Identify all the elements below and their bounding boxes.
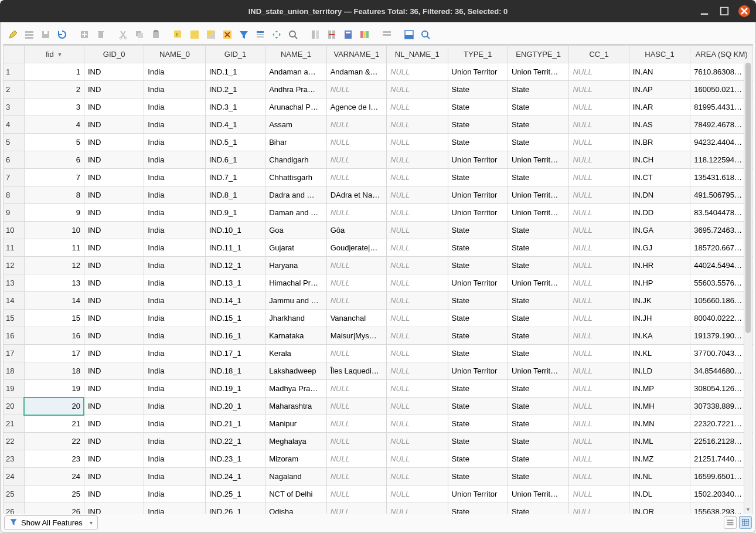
cell-VARNAME_1[interactable]: Gôa [326,222,386,239]
scroll-down-arrow[interactable]: ▾ [744,506,752,512]
cell-CC_1[interactable]: NULL [569,415,629,433]
cell-HASC_1[interactable]: IN.LD [629,362,690,380]
cell-VARNAME_1[interactable]: NULL [326,486,386,503]
cell-GID_0[interactable]: IND [84,274,144,292]
cell-GID_1[interactable]: IND.19_1 [205,380,265,398]
cell-ENGTYPE_1[interactable]: State [508,292,568,310]
invert-selection-button[interactable] [203,27,219,42]
row-number[interactable]: 14 [4,292,25,310]
cell-fid[interactable]: 14 [24,292,84,310]
cell-NL_NAME_1[interactable]: NULL [387,398,448,415]
cell-NL_NAME_1[interactable]: NULL [387,415,448,433]
row-number[interactable]: 23 [4,450,25,468]
cell-TYPE_1[interactable]: State [448,169,508,186]
cell-NAME_1[interactable]: Kerala [265,345,326,362]
cell-GID_0[interactable]: IND [84,486,144,503]
cell-TYPE_1[interactable]: State [448,81,508,99]
cell-ENGTYPE_1[interactable]: State [508,81,568,99]
column-header-NL_NAME_1[interactable]: NL_NAME_1 [387,46,448,63]
cell-GID_1[interactable]: IND.23_1 [205,450,265,468]
cell-HASC_1[interactable]: IN.CH [629,151,690,169]
cell-NAME_1[interactable]: Manipur [265,415,326,433]
cell-NAME_1[interactable]: Dadra and … [265,186,326,204]
cell-fid[interactable]: 25 [24,486,84,503]
row-number[interactable]: 5 [4,134,25,151]
cell-CC_1[interactable]: NULL [569,450,629,468]
cell-HASC_1[interactable]: IN.ML [629,433,690,450]
row-number[interactable]: 7 [4,169,25,186]
cell-ENGTYPE_1[interactable]: State [508,503,568,514]
table-row[interactable]: 2626INDIndiaIND.26_1OdishaNULLNULLStateS… [4,503,753,514]
cell-ENGTYPE_1[interactable]: Union Territ… [508,362,568,380]
pan-to-selection-button[interactable] [269,27,284,42]
row-number[interactable]: 12 [4,257,25,274]
cell-TYPE_1[interactable]: State [448,433,508,450]
cell-CC_1[interactable]: NULL [569,380,629,398]
cell-fid[interactable]: 2 [24,81,84,99]
table-row[interactable]: 2525INDIndiaIND.25_1NCT of DelhiNULLNULL… [4,486,753,503]
cell-ENGTYPE_1[interactable]: State [508,134,568,151]
new-column-button[interactable] [308,27,323,42]
move-selection-top-button[interactable] [253,27,268,42]
cell-NAME_1[interactable]: Chandigarh [265,151,326,169]
cell-TYPE_1[interactable]: State [448,257,508,274]
row-number[interactable]: 26 [4,503,25,514]
column-header-ENGTYPE_1[interactable]: ENGTYPE_1 [508,46,568,63]
cell-VARNAME_1[interactable]: NULL [326,433,386,450]
cell-HASC_1[interactable]: IN.JH [629,310,690,327]
row-number[interactable]: 21 [4,415,25,433]
cell-NL_NAME_1[interactable]: NULL [387,186,448,204]
table-row[interactable]: 1414INDIndiaIND.14_1Jammu and …NULLNULLS… [4,292,753,310]
cell-NAME_0[interactable]: India [144,222,205,239]
row-number[interactable]: 1 [4,63,25,81]
cell-CC_1[interactable]: NULL [569,468,629,486]
cell-GID_0[interactable]: IND [84,450,144,468]
cell-GID_0[interactable]: IND [84,116,144,134]
cell-ENGTYPE_1[interactable]: State [508,222,568,239]
table-row[interactable]: 1313INDIndiaIND.13_1Himachal Pr…NULLNULL… [4,274,753,292]
cell-CC_1[interactable]: NULL [569,239,629,257]
cell-GID_1[interactable]: IND.5_1 [205,134,265,151]
cell-NAME_1[interactable]: Karnataka [265,327,326,345]
cell-HASC_1[interactable]: IN.KL [629,345,690,362]
cell-NAME_1[interactable]: Himachal Pr… [265,274,326,292]
table-row[interactable]: 99INDIndiaIND.9_1Daman and …NULLNULLUnio… [4,204,753,222]
cell-fid[interactable]: 15 [24,310,84,327]
cell-ENGTYPE_1[interactable]: State [508,116,568,134]
multi-edit-button[interactable] [22,27,37,42]
vertical-scrollbar[interactable]: ▾ [744,63,752,514]
cell-ENGTYPE_1[interactable]: Union Territ… [508,63,568,81]
cell-TYPE_1[interactable]: Union Territor [448,186,508,204]
attribute-table[interactable]: fid▼GID_0NAME_0GID_1NAME_1VARNAME_1NL_NA… [3,45,753,514]
deselect-all-button[interactable] [220,27,235,42]
cell-ENGTYPE_1[interactable]: Union Territ… [508,186,568,204]
cell-VARNAME_1[interactable]: Andaman &… [326,63,386,81]
column-header-NAME_0[interactable]: NAME_0 [144,46,205,63]
cell-NAME_1[interactable]: Bihar [265,134,326,151]
cell-VARNAME_1[interactable]: NULL [326,415,386,433]
cell-NL_NAME_1[interactable]: NULL [387,257,448,274]
cell-NL_NAME_1[interactable]: NULL [387,99,448,116]
filter-features-button[interactable]: Show All Features ▾ [4,515,98,530]
cell-GID_1[interactable]: IND.3_1 [205,99,265,116]
cell-fid[interactable]: 17 [24,345,84,362]
cell-HASC_1[interactable]: IN.JK [629,292,690,310]
cell-GID_0[interactable]: IND [84,292,144,310]
cell-HASC_1[interactable]: IN.MH [629,398,690,415]
cell-HASC_1[interactable]: IN.HR [629,257,690,274]
cell-CC_1[interactable]: NULL [569,186,629,204]
cell-GID_0[interactable]: IND [84,415,144,433]
scroll-thumb[interactable] [745,63,751,333]
zoom-layer-button[interactable] [418,27,433,42]
cell-NL_NAME_1[interactable]: NULL [387,169,448,186]
cell-ENGTYPE_1[interactable]: State [508,380,568,398]
cell-ENGTYPE_1[interactable]: Union Territ… [508,151,568,169]
cell-GID_1[interactable]: IND.13_1 [205,274,265,292]
cell-HASC_1[interactable]: IN.MN [629,415,690,433]
table-row[interactable]: 1616INDIndiaIND.16_1KarnatakaMaisur|Mys…… [4,327,753,345]
table-row[interactable]: 77INDIndiaIND.7_1ChhattisgarhNULLNULLSta… [4,169,753,186]
cell-TYPE_1[interactable]: Union Territor [448,274,508,292]
cell-GID_1[interactable]: IND.1_1 [205,63,265,81]
cell-GID_1[interactable]: IND.8_1 [205,186,265,204]
cell-NL_NAME_1[interactable]: NULL [387,151,448,169]
